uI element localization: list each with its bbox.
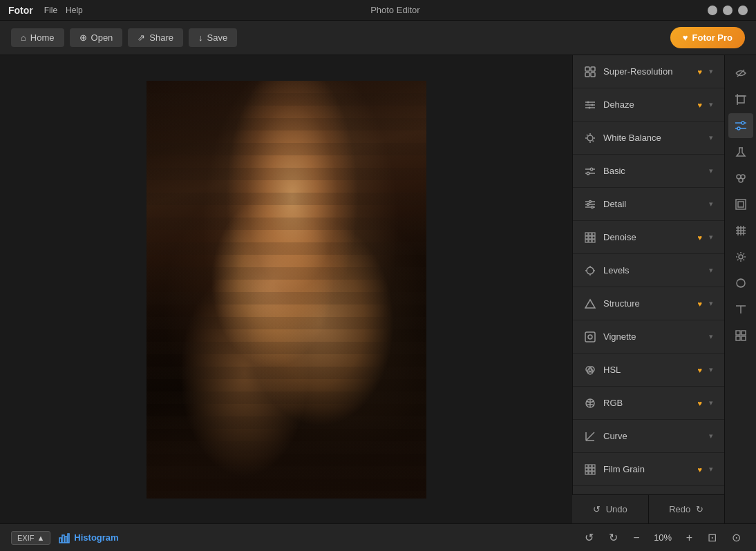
canvas-area[interactable] xyxy=(0,55,572,523)
share-icon: ⇗ xyxy=(138,32,145,43)
icon-bar-adjust[interactable] xyxy=(728,113,753,138)
film-grain-icon xyxy=(584,463,596,476)
svg-rect-89 xyxy=(65,536,67,543)
rgb-arrow: ▾ xyxy=(709,398,713,407)
histogram-button[interactable]: Histogram xyxy=(59,532,118,543)
panel-item-denoise[interactable]: Denoise ♥ ▾ xyxy=(573,221,724,254)
detail-label: Detail xyxy=(603,199,702,209)
svg-rect-42 xyxy=(585,332,595,342)
hsl-arrow: ▾ xyxy=(709,365,713,374)
history-button[interactable]: ⊙ xyxy=(728,530,745,545)
svg-rect-32 xyxy=(592,236,595,239)
denoise-arrow: ▾ xyxy=(709,233,713,242)
undo-bottom-button[interactable]: ↺ xyxy=(580,530,598,545)
svg-point-9 xyxy=(589,106,591,108)
exif-button[interactable]: EXIF ▲ xyxy=(11,531,50,545)
window-controls: − □ ✕ xyxy=(708,6,748,15)
detail-icon xyxy=(584,198,596,211)
icon-bar-lens[interactable] xyxy=(728,271,753,296)
panel-item-levels[interactable]: Levels ▾ xyxy=(573,254,724,287)
svg-rect-86 xyxy=(741,336,746,340)
svg-rect-52 xyxy=(589,465,592,467)
menu-bar: File Help xyxy=(44,6,83,15)
icon-bar-crop[interactable] xyxy=(728,87,753,112)
icon-bar-settings[interactable] xyxy=(728,244,753,269)
svg-rect-27 xyxy=(585,233,588,235)
panel-item-rgb[interactable]: RGB ♥ ▾ xyxy=(573,387,724,420)
zoom-out-button[interactable]: − xyxy=(629,530,643,545)
fit-screen-button[interactable]: ⊡ xyxy=(703,530,721,545)
curve-icon xyxy=(584,430,596,443)
right-panel: Super-Resolution ♥ ▾ Dehaze xyxy=(572,55,724,494)
home-icon: ⌂ xyxy=(21,32,26,43)
svg-point-66 xyxy=(737,127,740,130)
icon-bar-frame[interactable] xyxy=(728,192,753,217)
vignette-icon xyxy=(584,331,596,343)
svg-point-80 xyxy=(737,279,745,287)
save-button[interactable]: ↓ Save xyxy=(189,28,237,47)
white-balance-icon xyxy=(584,132,596,144)
icon-bar-text[interactable] xyxy=(728,297,753,322)
denoise-label: Denoise xyxy=(603,232,690,242)
minimize-button[interactable]: − xyxy=(708,6,717,15)
svg-rect-31 xyxy=(589,236,592,239)
structure-pro-icon: ♥ xyxy=(697,300,702,308)
svg-rect-29 xyxy=(592,233,595,235)
fotor-pro-button[interactable]: ♥ Fotor Pro xyxy=(670,27,745,48)
levels-icon xyxy=(584,264,596,277)
menu-help[interactable]: Help xyxy=(66,6,83,15)
undo-button[interactable]: ↺ Undo xyxy=(572,495,649,523)
redo-bottom-button[interactable]: ↻ xyxy=(605,530,622,545)
panel-item-super-resolution[interactable]: Super-Resolution ♥ ▾ xyxy=(573,55,724,88)
basic-icon xyxy=(584,165,596,177)
svg-point-26 xyxy=(592,206,594,208)
svg-point-25 xyxy=(587,203,589,205)
menu-file[interactable]: File xyxy=(44,6,57,15)
denoise-icon xyxy=(584,231,596,244)
panel-item-detail[interactable]: Detail ▾ xyxy=(573,188,724,221)
icon-bar-texture[interactable] xyxy=(728,218,753,243)
panel-item-white-balance[interactable]: White Balance ▾ xyxy=(573,122,724,155)
white-balance-label: White Balance xyxy=(603,133,702,143)
dehaze-arrow: ▾ xyxy=(709,100,713,109)
home-button[interactable]: ⌂ Home xyxy=(11,28,64,47)
bottom-bar: EXIF ▲ Histogram ↺ ↻ − 10% + ⊡ ⊙ xyxy=(0,523,756,551)
panel-item-vignette[interactable]: Vignette ▾ xyxy=(573,320,724,354)
close-button[interactable]: ✕ xyxy=(738,6,748,15)
svg-point-70 xyxy=(739,178,743,182)
film-grain-pro-icon: ♥ xyxy=(697,465,702,474)
app-logo: Fotor xyxy=(8,5,33,16)
share-button[interactable]: ⇗ Share xyxy=(128,28,183,47)
rgb-icon xyxy=(584,397,596,409)
icon-bar-enhance[interactable] xyxy=(728,61,753,86)
super-resolution-arrow: ▾ xyxy=(709,67,713,76)
panel-item-curve[interactable]: Curve ▾ xyxy=(573,420,724,453)
panel-item-structure[interactable]: Structure ♥ ▾ xyxy=(573,287,724,320)
svg-rect-35 xyxy=(592,240,595,242)
maximize-button[interactable]: □ xyxy=(723,6,733,15)
svg-rect-60 xyxy=(737,96,744,103)
zoom-level: 10% xyxy=(651,532,675,543)
icon-bar-elements[interactable] xyxy=(728,323,753,348)
undo-redo-bar: ↺ Undo Redo ↻ xyxy=(572,494,724,523)
panel-item-dehaze[interactable]: Dehaze ♥ ▾ xyxy=(573,88,724,122)
icon-bar-beauty[interactable] xyxy=(728,166,753,191)
open-button[interactable]: ⊕ Open xyxy=(70,28,123,47)
svg-rect-83 xyxy=(736,331,740,335)
svg-rect-0 xyxy=(585,67,589,71)
svg-rect-90 xyxy=(68,534,69,543)
zoom-in-button[interactable]: + xyxy=(682,530,697,545)
icon-bar-lab[interactable] xyxy=(728,139,753,164)
levels-arrow: ▾ xyxy=(709,266,713,275)
svg-point-36 xyxy=(587,267,594,274)
open-icon: ⊕ xyxy=(79,32,87,43)
panel-item-basic[interactable]: Basic ▾ xyxy=(573,155,724,188)
svg-rect-71 xyxy=(736,200,746,209)
panel-item-hsl[interactable]: HSL ♥ ▾ xyxy=(573,354,724,387)
redo-button[interactable]: Redo ↻ xyxy=(649,495,725,523)
hsl-label: HSL xyxy=(603,365,690,375)
basic-label: Basic xyxy=(603,166,702,176)
svg-rect-34 xyxy=(589,240,592,242)
super-resolution-label: Super-Resolution xyxy=(603,66,690,77)
panel-item-film-grain[interactable]: Film Grain ♥ ▾ xyxy=(573,453,724,486)
